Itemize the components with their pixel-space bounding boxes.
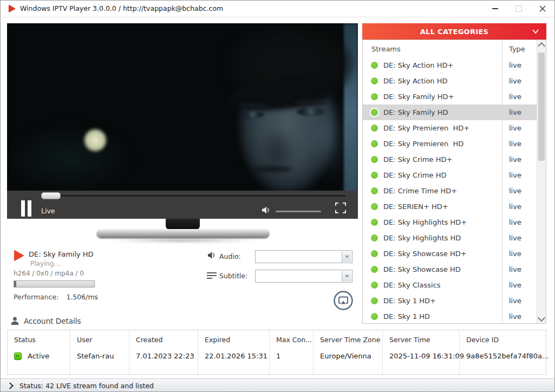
live-dot-icon <box>371 313 378 320</box>
account-servertime-value: 2025-11-09 16:31:09 <box>389 352 464 360</box>
stream-name: DE: SERIEN+ HD+ <box>383 202 448 211</box>
stream-type: live <box>509 61 521 69</box>
volume-icon[interactable] <box>262 206 271 214</box>
minimize-icon <box>492 8 498 9</box>
subtitle-select[interactable] <box>255 270 352 283</box>
stream-row[interactable]: DE: Sky Action HD+ live <box>363 57 537 73</box>
buffer-progress-bar <box>14 280 95 288</box>
stream-name: DE: Sky Family HD+ <box>383 93 454 101</box>
seek-thumb[interactable] <box>41 192 61 199</box>
stream-row[interactable]: DE: Sky Showcase HD+ live <box>363 246 537 262</box>
tv-stand-shadow <box>107 239 259 243</box>
scroll-down-button[interactable] <box>537 314 546 323</box>
stream-row[interactable]: DE: Sky Showcase HD live <box>363 262 537 277</box>
seek-bar[interactable] <box>41 194 347 198</box>
close-icon <box>539 5 546 12</box>
account-details-header: Account Details <box>10 316 81 325</box>
live-dot-icon <box>371 266 378 273</box>
scroll-up-button[interactable] <box>537 40 546 49</box>
cast-button[interactable] <box>333 290 354 311</box>
title-bar: Windows IPTV Player 3.0.0.0 / http://tva… <box>1 1 554 17</box>
live-dot-icon <box>371 219 378 226</box>
performance-value: 1.506/ms <box>66 293 98 301</box>
live-dot-icon <box>371 172 378 179</box>
volume-slider[interactable] <box>276 211 321 212</box>
maximize-icon <box>515 5 522 12</box>
stream-type: live <box>509 250 521 258</box>
live-dot-icon <box>371 187 378 194</box>
subtitle-select-arrow-button[interactable] <box>342 271 351 282</box>
column-header: Server Time <box>389 336 430 344</box>
categories-label: ALL CATEGORIES <box>420 28 489 36</box>
performance-label: Performance: <box>14 293 58 301</box>
pause-icon <box>21 200 25 217</box>
tv-stand-neck <box>166 219 200 230</box>
account-created-value: 7.01.2023 22:23 <box>136 352 194 360</box>
stream-row[interactable]: DE: Crime Time HD+ live <box>363 183 537 199</box>
pause-button[interactable] <box>21 200 32 217</box>
stream-name: DE: Sky Action HD+ <box>383 61 453 69</box>
column-header: Expired <box>205 336 230 344</box>
scrollbar-thumb[interactable] <box>538 53 545 161</box>
status-bar: Status: 42 LIVE stream found and listed <box>1 378 554 392</box>
column-header: User <box>77 336 93 344</box>
stream-name: DE: Crime Time HD+ <box>383 187 457 195</box>
audio-select-arrow-button[interactable] <box>342 251 351 262</box>
performance-readout: Performance:1.506/ms <box>14 293 98 301</box>
categories-dropdown[interactable]: ALL CATEGORIES <box>362 23 546 40</box>
live-dot-icon <box>371 62 378 69</box>
stream-row[interactable]: DE: Sky Crime HD+ live <box>363 152 537 167</box>
account-table: Status Active User Stefan-rau Created 7.… <box>7 330 546 375</box>
stream-row[interactable]: DE: Sky 1 HD live <box>363 309 537 324</box>
fullscreen-button[interactable] <box>335 202 346 213</box>
stream-row[interactable]: DE: Sky Highlights HD live <box>363 230 537 246</box>
account-col-expired: Expired 22.01.2026 15:31 <box>198 330 270 374</box>
stream-type: live <box>509 93 521 101</box>
stream-row[interactable]: DE: Sky Premieren HD+ live <box>363 120 537 136</box>
account-timezone-value: Europe/Vienna <box>320 352 371 360</box>
stream-type: live <box>509 77 521 85</box>
stream-name: DE: Sky Premieren HD+ <box>383 124 469 132</box>
stream-row[interactable]: DE: Sky Highlights HD+ live <box>363 214 537 230</box>
audio-select[interactable] <box>255 250 352 263</box>
stream-type: live <box>509 312 521 321</box>
maximize-button[interactable] <box>507 1 531 17</box>
live-dot-icon <box>371 282 378 289</box>
stream-row[interactable]: DE: Sky Family HD live <box>363 104 537 120</box>
stream-row[interactable]: DE: Sky Action HD live <box>363 73 537 89</box>
live-dot-icon <box>371 250 378 257</box>
minimize-button[interactable] <box>483 1 507 17</box>
live-dot-icon <box>371 77 378 84</box>
stream-name: DE: Sky Showcase HD+ <box>383 250 467 258</box>
stream-row[interactable]: DE: Sky Classics live <box>363 277 537 293</box>
buffer-progress-fill <box>14 281 16 287</box>
close-button[interactable] <box>531 1 554 17</box>
stream-row[interactable]: DE: Sky Crime HD live <box>363 167 537 183</box>
stream-type: live <box>509 155 521 164</box>
stream-row[interactable]: DE: Sky Family HD+ live <box>363 89 537 104</box>
chevron-up-icon <box>538 42 545 49</box>
stream-row[interactable]: DE: Sky Premieren HD live <box>363 136 537 152</box>
stream-type: live <box>509 187 521 195</box>
stream-name: DE: Sky Crime HD <box>383 171 447 179</box>
stream-type: live <box>509 124 521 132</box>
stream-type: live <box>509 140 521 148</box>
video-player[interactable]: Live <box>7 23 358 219</box>
user-icon <box>10 316 19 325</box>
live-dot-icon <box>371 93 378 100</box>
stream-row[interactable]: DE: Sky 1 HD+ live <box>363 293 537 309</box>
account-col-timezone: Server Time Zone Europe/Vienna <box>314 330 383 374</box>
subtitle-icon <box>207 272 217 279</box>
stream-type: live <box>509 171 521 179</box>
live-dot-icon <box>371 125 378 132</box>
stream-name: DE: Sky 1 HD+ <box>383 297 436 305</box>
type-column-header: Type <box>509 45 525 53</box>
audio-icon <box>207 251 217 259</box>
stream-name: DE: Sky Classics <box>383 281 441 289</box>
stream-row[interactable]: DE: SERIEN+ HD+ live <box>363 199 537 214</box>
chevron-down-icon <box>345 275 349 278</box>
column-header: Created <box>136 336 162 344</box>
stream-list-scrollbar[interactable] <box>537 40 546 323</box>
scene-glow <box>7 126 132 191</box>
stream-list-rows: DE: Sky Action HD+ live DE: Sky Action H… <box>363 57 537 324</box>
